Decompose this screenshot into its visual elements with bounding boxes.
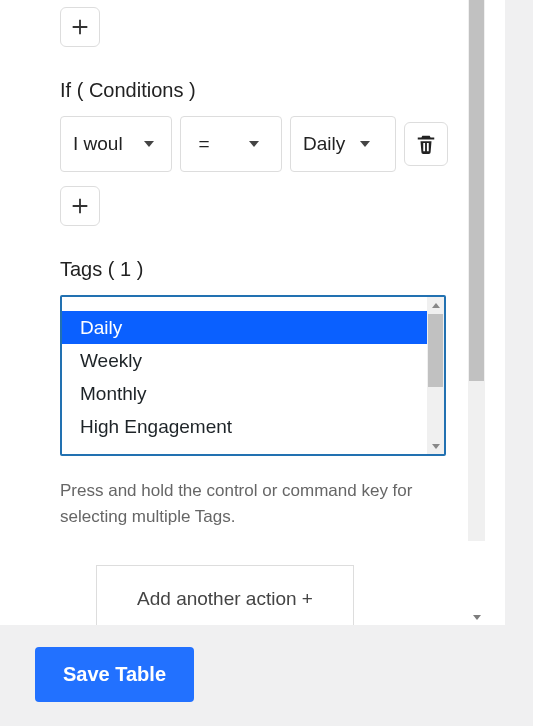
condition-row: I woul = Daily (60, 116, 485, 172)
chevron-down-icon (355, 134, 375, 154)
panel-scrollbar[interactable] (468, 0, 485, 541)
tag-option[interactable]: Daily (62, 311, 430, 344)
condition-operator-value: = (198, 133, 209, 155)
tag-option-label: Weekly (80, 350, 142, 371)
add-action-label: Add another action + (137, 588, 313, 610)
tag-option-label: Daily (80, 317, 122, 338)
save-button-label: Save Table (63, 663, 166, 685)
plus-icon (69, 195, 91, 217)
chevron-down-icon (244, 134, 264, 154)
save-table-button[interactable]: Save Table (35, 647, 194, 702)
conditions-heading: If ( Conditions ) (60, 79, 485, 102)
tags-scrollbar[interactable] (427, 297, 444, 454)
tag-option[interactable]: High Engagement (62, 410, 430, 443)
add-condition-button[interactable] (60, 186, 100, 226)
condition-field-value: I woul (73, 133, 129, 155)
scroll-down-icon (468, 608, 485, 625)
condition-value-value: Daily (303, 133, 345, 155)
add-another-action-button[interactable]: Add another action + (96, 565, 354, 625)
tag-option-label: High Engagement (80, 416, 232, 437)
tags-help-text: Press and hold the control or command ke… (60, 478, 440, 529)
delete-condition-button[interactable] (404, 122, 448, 166)
condition-value-select[interactable]: Daily (290, 116, 396, 172)
tags-multiselect[interactable]: Daily Weekly Monthly High Engagement (60, 295, 446, 456)
scroll-down-icon (427, 437, 444, 454)
tag-option[interactable]: Monthly (62, 377, 430, 410)
save-bar: Save Table (0, 625, 533, 726)
form-panel: If ( Conditions ) I woul = Daily Tags ( … (0, 0, 505, 625)
add-group-button[interactable] (60, 7, 100, 47)
chevron-down-icon (139, 134, 159, 154)
tag-option-label: Monthly (80, 383, 147, 404)
tags-heading: Tags ( 1 ) (60, 258, 485, 281)
condition-field-select[interactable]: I woul (60, 116, 172, 172)
tag-option[interactable]: Weekly (62, 344, 430, 377)
plus-icon (69, 16, 91, 38)
condition-operator-select[interactable]: = (180, 116, 282, 172)
scroll-up-icon (427, 297, 444, 314)
trash-icon (415, 132, 437, 156)
